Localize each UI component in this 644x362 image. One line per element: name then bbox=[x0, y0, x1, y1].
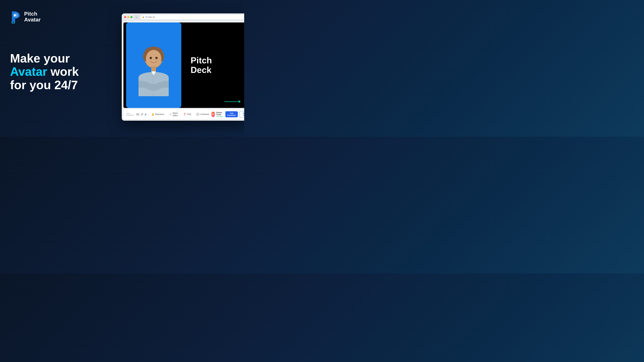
reactions-button[interactable]: 👍 Reactions bbox=[149, 111, 166, 118]
voice-toggle[interactable] bbox=[136, 113, 140, 115]
faq-label: FAQ bbox=[187, 113, 191, 115]
user-info: ES Emma Scott ● Online bbox=[211, 111, 224, 117]
svg-point-7 bbox=[155, 57, 158, 59]
reactions-icon: 👍 bbox=[151, 113, 154, 116]
user-avatar: ES bbox=[211, 112, 215, 117]
user-details: Emma Scott ● Online bbox=[216, 111, 224, 117]
person-svg-wrapper bbox=[126, 22, 181, 108]
headline-line1: Make your bbox=[10, 52, 102, 65]
svg-point-5 bbox=[146, 50, 161, 67]
comment-button[interactable]: 💬 Comment bbox=[194, 111, 211, 118]
headline-highlight: Avatar bbox=[10, 65, 47, 78]
url-icon: 🔒 bbox=[142, 16, 144, 18]
slide-title: Pitch Deck bbox=[191, 56, 239, 75]
browser-url-bar[interactable]: 🔒 ⬡ Pitch Av... bbox=[140, 15, 244, 19]
user-status: ● Online bbox=[216, 115, 224, 117]
comment-icon: 💬 bbox=[196, 113, 199, 116]
arrow-head bbox=[238, 100, 241, 103]
slide-title-line1: Pitch bbox=[191, 56, 239, 65]
avatar-container bbox=[126, 22, 181, 108]
share-icon: ↗ bbox=[170, 113, 172, 116]
user-name: Emma Scott bbox=[216, 111, 224, 115]
headline-line3: for you 24/7 bbox=[10, 78, 102, 92]
dot-yellow bbox=[127, 16, 129, 18]
next-arrow[interactable] bbox=[224, 100, 241, 103]
browser-home-button[interactable]: ⌂ bbox=[134, 15, 139, 19]
action-buttons: 👍 Reactions ↗ Share slides ❓ FAQ 💬 Comme… bbox=[149, 111, 211, 118]
svg-rect-8 bbox=[151, 66, 156, 71]
right-panel: ⌂ 🔒 ⬡ Pitch Av... bbox=[122, 13, 244, 121]
share-slides-label: Share slides bbox=[172, 112, 178, 117]
bottom-bar: Voice recognition 🎤 🔊 👍 Reactions ↗ Shar… bbox=[124, 109, 244, 119]
left-panel: Make your Avatar work for you 24/7 bbox=[10, 0, 102, 137]
headline-line2: Avatar work bbox=[10, 65, 102, 78]
faq-icon: ❓ bbox=[183, 113, 186, 116]
voice-recognition-label: Voice recognition bbox=[126, 113, 135, 116]
faq-button[interactable]: ❓ FAQ bbox=[181, 111, 193, 118]
slide-text-side: Pitch Deck bbox=[184, 56, 244, 75]
dot-red bbox=[124, 16, 126, 18]
mic-icon: 🎤 bbox=[141, 113, 143, 115]
headline: Make your Avatar work for you 24/7 bbox=[10, 52, 102, 92]
voice-recognition: Voice recognition 🎤 🔊 bbox=[126, 113, 147, 116]
comment-label: Comment bbox=[200, 113, 209, 115]
reactions-label: Reactions bbox=[155, 113, 164, 115]
arrow-line bbox=[224, 101, 238, 102]
person-illustration bbox=[128, 44, 179, 108]
slide-title-line2: Deck bbox=[191, 65, 239, 75]
browser-window: ⌂ 🔒 ⬡ Pitch Av... bbox=[122, 13, 244, 121]
dot-green bbox=[130, 16, 132, 18]
arrow-container[interactable] bbox=[224, 100, 241, 103]
schedule-meeting-button[interactable]: Schedule meeting bbox=[240, 111, 244, 117]
svg-point-6 bbox=[150, 57, 152, 59]
call-presenter-button[interactable]: Call Presenter bbox=[226, 111, 238, 117]
browser-content: Pitch Deck Voice recognition bbox=[122, 21, 244, 121]
url-text: Pitch Av... bbox=[148, 16, 156, 18]
browser-dots bbox=[124, 16, 132, 18]
volume-icon: 🔊 bbox=[144, 113, 147, 115]
slide-area: Pitch Deck bbox=[124, 22, 244, 108]
url-logo-icon: ⬡ bbox=[146, 16, 147, 18]
share-slides-button[interactable]: ↗ Share slides bbox=[167, 111, 180, 118]
right-controls: ES Emma Scott ● Online Call Presenter Sc… bbox=[211, 111, 244, 117]
browser-bar: ⌂ 🔒 ⬡ Pitch Av... bbox=[122, 13, 244, 21]
